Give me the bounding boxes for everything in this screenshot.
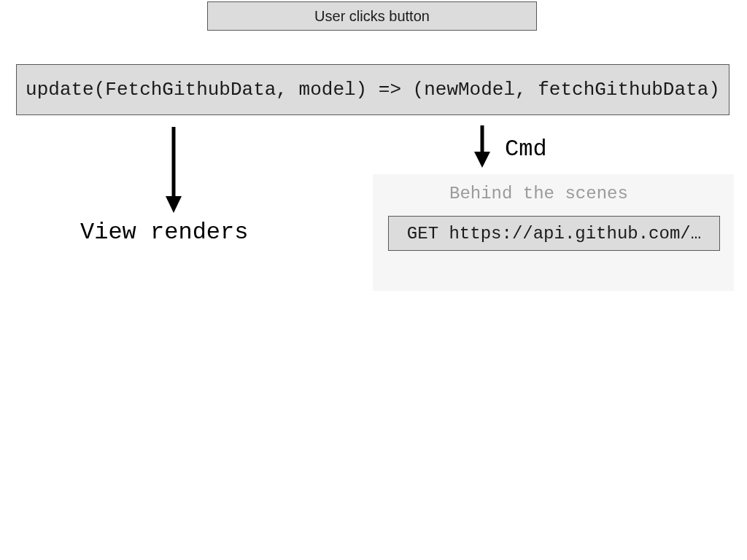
behind-scenes-title: Behind the scenes (449, 184, 628, 203)
view-renders-label: View renders (80, 219, 248, 246)
cmd-label: Cmd (505, 136, 547, 163)
svg-marker-1 (166, 196, 182, 213)
get-request-box: GET https://api.github.com/… (388, 216, 720, 251)
arrow-down-icon (162, 127, 185, 214)
svg-marker-3 (474, 152, 490, 168)
update-function-box: update(FetchGithubData, model) => (newMo… (16, 64, 729, 115)
user-clicks-label: User clicks button (314, 8, 430, 25)
update-function-text: update(FetchGithubData, model) => (newMo… (26, 79, 720, 101)
arrow-down-icon (471, 125, 494, 169)
get-request-text: GET https://api.github.com/… (407, 224, 701, 244)
user-clicks-box: User clicks button (207, 1, 537, 31)
